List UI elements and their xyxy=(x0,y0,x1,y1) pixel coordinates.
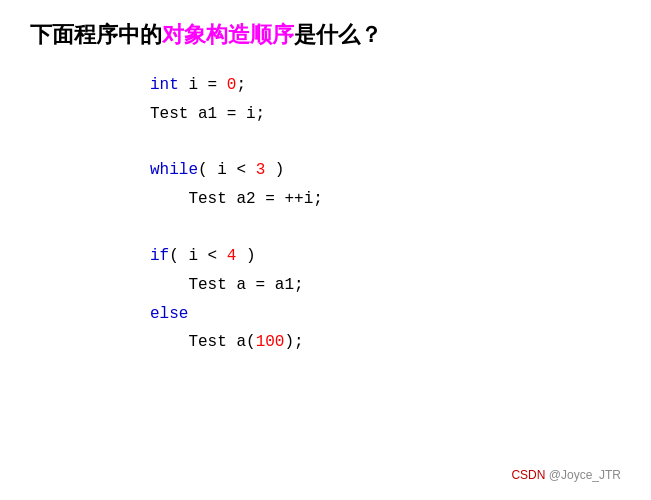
code-line-5: while( i < 3 ) xyxy=(150,156,621,185)
watermark-author: @Joyce_JTR xyxy=(549,468,621,482)
gap-1 xyxy=(150,136,621,156)
watermark: CSDN @Joyce_JTR xyxy=(511,468,621,482)
title-suffix: 是什么？ xyxy=(294,22,382,47)
keyword-else: else xyxy=(150,305,188,323)
code-line-1: int i = 0; xyxy=(150,71,621,100)
title-highlight: 对象构造顺序 xyxy=(162,22,294,47)
code-section-2: while( i < 3 ) Test a2 = ++i; xyxy=(150,156,621,214)
keyword-int: int xyxy=(150,76,179,94)
code-section-3: if( i < 4 ) Test a = a1; else Test a(100… xyxy=(150,242,621,357)
code-block: int i = 0; Test a1 = i; while( i < 3 ) T… xyxy=(30,71,621,357)
keyword-if: if xyxy=(150,247,169,265)
page-container: 下面程序中的对象构造顺序是什么？ int i = 0; Test a1 = i;… xyxy=(0,0,651,500)
number-3: 3 xyxy=(256,161,266,179)
keyword-while: while xyxy=(150,161,198,179)
watermark-csdn: CSDN xyxy=(511,468,545,482)
code-section-1: int i = 0; Test a1 = i; xyxy=(150,71,621,129)
number-0: 0 xyxy=(227,76,237,94)
code-line-2: Test a1 = i; xyxy=(150,100,621,129)
code-line-12: Test a(100); xyxy=(150,328,621,357)
number-100: 100 xyxy=(256,333,285,351)
code-line-6: Test a2 = ++i; xyxy=(150,185,621,214)
code-line-9: if( i < 4 ) xyxy=(150,242,621,271)
number-4: 4 xyxy=(227,247,237,265)
code-line-10: Test a = a1; xyxy=(150,271,621,300)
title-prefix: 下面程序中的 xyxy=(30,22,162,47)
code-line-11: else xyxy=(150,300,621,329)
question-title: 下面程序中的对象构造顺序是什么？ xyxy=(30,20,621,51)
gap-2 xyxy=(150,222,621,242)
